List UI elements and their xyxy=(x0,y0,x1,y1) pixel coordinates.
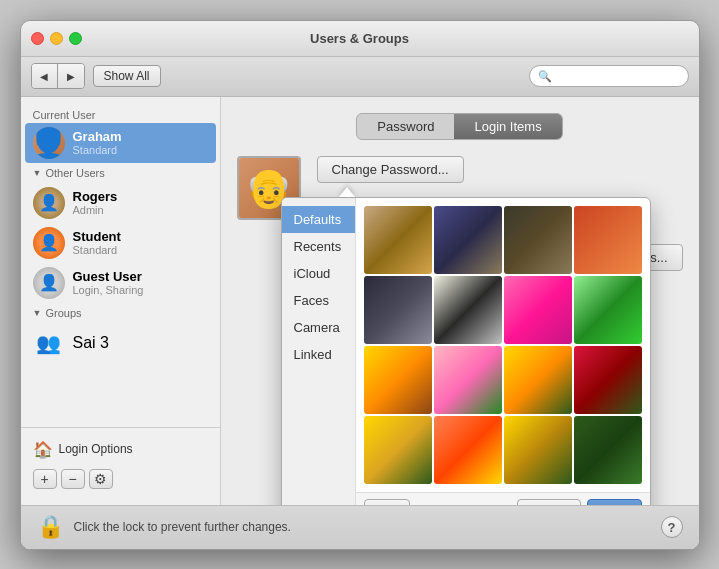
current-user-role: Standard xyxy=(73,144,122,156)
student-info: Student Standard xyxy=(73,229,121,256)
picker-category-linked[interactable]: Linked xyxy=(282,341,355,368)
photo-sunflower[interactable] xyxy=(364,416,432,484)
nav-buttons: ◀ ▶ xyxy=(31,63,85,89)
done-button[interactable]: Done xyxy=(587,499,642,505)
add-user-button[interactable]: + xyxy=(33,469,57,489)
tab-group: Password Login Items xyxy=(356,113,562,140)
graham-avatar-icon: 👤 xyxy=(33,127,65,159)
tab-bar: Password Login Items xyxy=(237,113,683,140)
rogers-info: Rogers Admin xyxy=(73,189,118,216)
rogers-avatar: 👤 xyxy=(33,187,65,219)
traffic-lights xyxy=(31,32,82,45)
other-users-header[interactable]: ▼ Other Users xyxy=(21,163,220,183)
login-options-item[interactable]: 🏠 Login Options xyxy=(33,436,208,463)
close-button[interactable] xyxy=(31,32,44,45)
other-users-label: Other Users xyxy=(45,167,104,179)
content-area: Current User 👤 Graham Standard ▼ Other U… xyxy=(21,97,699,505)
photo-board[interactable] xyxy=(574,416,642,484)
photo-picker-popup: Defaults Recents iCloud Faces Camera Lin… xyxy=(281,197,651,505)
guest-avatar: 👤 xyxy=(33,267,65,299)
lock-icon[interactable]: 🔒 xyxy=(37,514,64,540)
sidebar-footer: 🏠 Login Options + − ⚙ xyxy=(21,427,220,497)
bottom-bar: 🔒 Click the lock to prevent further chan… xyxy=(21,505,699,549)
back-icon: ◀ xyxy=(40,71,48,82)
show-all-button[interactable]: Show All xyxy=(93,65,161,87)
picker-sidebar: Defaults Recents iCloud Faces Camera Lin… xyxy=(282,198,356,505)
picker-category-icloud[interactable]: iCloud xyxy=(282,260,355,287)
photo-flower1[interactable] xyxy=(504,276,572,344)
back-button[interactable]: ◀ xyxy=(32,64,58,88)
photo-lotus[interactable] xyxy=(434,346,502,414)
current-user-label: Current User xyxy=(21,105,220,123)
photo-bee[interactable] xyxy=(364,346,432,414)
titlebar: Users & Groups xyxy=(21,21,699,57)
photo-grid xyxy=(356,198,650,492)
rogers-role: Admin xyxy=(73,204,118,216)
photo-zebra[interactable] xyxy=(434,276,502,344)
forward-icon: ▶ xyxy=(67,71,75,82)
guest-name: Guest User xyxy=(73,269,144,284)
student-avatar: 👤 xyxy=(33,227,65,259)
sidebar: Current User 👤 Graham Standard ▼ Other U… xyxy=(21,97,221,505)
house-icon: 🏠 xyxy=(33,440,53,459)
user-item-student[interactable]: 👤 Student Standard xyxy=(21,223,220,263)
groups-triangle-icon: ▼ xyxy=(33,308,42,318)
lock-text: Click the lock to prevent further change… xyxy=(74,520,291,534)
guest-role: Login, Sharing xyxy=(73,284,144,296)
photo-orange-flower[interactable] xyxy=(434,416,502,484)
picker-category-camera[interactable]: Camera xyxy=(282,314,355,341)
toolbar: ◀ ▶ Show All 🔍 xyxy=(21,57,699,97)
picker-main: Edit Cancel Done xyxy=(356,198,650,505)
main-window: Users & Groups ◀ ▶ Show All 🔍 Current Us… xyxy=(20,20,700,550)
tab-password[interactable]: Password xyxy=(357,114,454,139)
current-user-info: Graham Standard xyxy=(73,129,122,156)
forward-button[interactable]: ▶ xyxy=(58,64,84,88)
photo-yellow-daisy[interactable] xyxy=(504,416,572,484)
change-password-button[interactable]: Change Password... xyxy=(317,156,464,183)
search-input[interactable] xyxy=(556,69,680,83)
current-user-avatar: 👤 xyxy=(33,127,65,159)
guest-info: Guest User Login, Sharing xyxy=(73,269,144,296)
search-icon: 🔍 xyxy=(538,70,552,83)
popup-arrow xyxy=(339,187,355,197)
help-button[interactable]: ? xyxy=(661,516,683,538)
photo-sunflower2[interactable] xyxy=(504,346,572,414)
groups-header[interactable]: ▼ Groups xyxy=(21,303,220,323)
remove-user-button[interactable]: − xyxy=(61,469,85,489)
picker-category-recents[interactable]: Recents xyxy=(282,233,355,260)
login-options-label: Login Options xyxy=(59,442,133,456)
main-content: Password Login Items 👴 Change Password..… xyxy=(221,97,699,505)
current-user-name: Graham xyxy=(73,129,122,144)
group-name: Sai 3 xyxy=(73,334,109,352)
search-box: 🔍 xyxy=(529,65,689,87)
group-item-sai3[interactable]: 👥 Sai 3 xyxy=(21,323,220,363)
settings-button[interactable]: ⚙ xyxy=(89,469,113,489)
rogers-name: Rogers xyxy=(73,189,118,204)
tab-login-items[interactable]: Login Items xyxy=(454,114,561,139)
group-icon: 👥 xyxy=(33,327,65,359)
picker-actions: Edit Cancel Done xyxy=(356,492,650,505)
student-role: Standard xyxy=(73,244,121,256)
user-item-rogers[interactable]: 👤 Rogers Admin xyxy=(21,183,220,223)
student-name: Student xyxy=(73,229,121,244)
photo-eagle[interactable] xyxy=(434,206,502,274)
photo-owl[interactable] xyxy=(504,206,572,274)
cancel-button[interactable]: Cancel xyxy=(517,499,580,505)
sidebar-actions: + − ⚙ xyxy=(33,469,208,489)
maximize-button[interactable] xyxy=(69,32,82,45)
user-item-guest[interactable]: 👤 Guest User Login, Sharing xyxy=(21,263,220,303)
minimize-button[interactable] xyxy=(50,32,63,45)
photo-parrot[interactable] xyxy=(574,206,642,274)
groups-label: Groups xyxy=(45,307,81,319)
photo-flower2[interactable] xyxy=(574,276,642,344)
window-title: Users & Groups xyxy=(310,31,409,46)
triangle-icon: ▼ xyxy=(33,168,42,178)
picker-category-defaults[interactable]: Defaults xyxy=(282,206,355,233)
current-user-item[interactable]: 👤 Graham Standard xyxy=(25,123,216,163)
edit-button[interactable]: Edit xyxy=(364,499,411,505)
photo-penguin[interactable] xyxy=(364,276,432,344)
photo-cat[interactable] xyxy=(364,206,432,274)
photo-rose[interactable] xyxy=(574,346,642,414)
picker-category-faces[interactable]: Faces xyxy=(282,287,355,314)
